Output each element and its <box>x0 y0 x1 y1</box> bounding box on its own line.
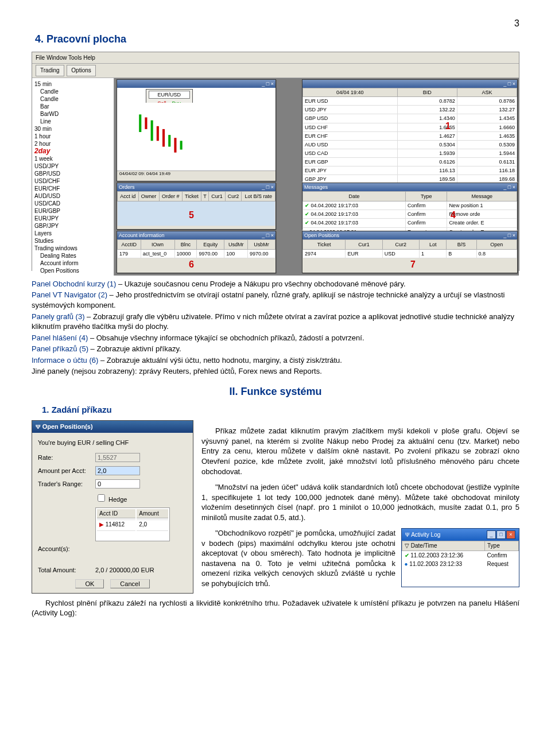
rate-field <box>95 453 140 462</box>
dialog-titlebar: Ψ Open Position(s) <box>32 421 193 433</box>
tree-15min[interactable]: 15 min <box>34 80 111 88</box>
tree-pair[interactable]: USD/CHF <box>34 177 111 185</box>
heading-zadani-prikazu: 1. Zadání příkazu <box>42 404 519 416</box>
tree-pair[interactable]: USD/CAD <box>34 200 111 207</box>
messages-window[interactable]: Messages_ □ × DateTypeMessage ✔ 04.04.20… <box>302 183 518 230</box>
dialog-subtitle: You're buying EUR / selling CHF <box>38 439 187 447</box>
account-window[interactable]: Account information_ □ × AcctIDIOwnBlncE… <box>117 231 276 273</box>
svg-rect-5 <box>168 135 170 146</box>
svg-rect-4 <box>162 129 165 147</box>
tree-pair[interactable]: EUR/GBP <box>34 207 111 215</box>
orders-window[interactable]: Orders_ □ × Acct idOwnerOrder #TicketTCu… <box>117 183 276 230</box>
annotation-1: 1 <box>445 120 451 133</box>
tree-1week[interactable]: 1 week <box>34 155 111 162</box>
svg-rect-0 <box>139 114 141 132</box>
paragraph-2: "Množství na jeden účet" udává kolik sta… <box>201 482 519 522</box>
tree-candle2[interactable]: Candle <box>34 95 111 103</box>
tree-pair[interactable]: GBP/JPY <box>34 222 111 230</box>
annotation-5: 5 <box>189 209 194 222</box>
svg-rect-2 <box>151 121 153 141</box>
tree-orders[interactable]: Orders <box>34 274 111 276</box>
annotation-7: 7 <box>410 258 416 271</box>
tree-pair[interactable]: GBP/USD <box>34 170 111 177</box>
tree-layers[interactable]: Layers <box>34 230 111 237</box>
ok-button[interactable]: OK <box>75 579 104 588</box>
tabbar: Trading Options <box>32 64 519 78</box>
menubar: File Window Tools Help <box>32 52 519 64</box>
chart-plot-area[interactable] <box>125 103 258 161</box>
open-position-dialog: Ψ Open Position(s) You're buying EUR / s… <box>32 420 193 594</box>
annotation-6: 6 <box>189 258 194 271</box>
activity-log-window: Ψ Activity Log _□× ▽ Date/TimeType ✔ 11.… <box>401 528 519 587</box>
chart-status: 04/04/02 09: 04/04 19:49 <box>117 170 276 179</box>
tree-line[interactable]: Line <box>34 118 111 125</box>
maximize-icon: □ <box>496 530 506 539</box>
tab-options[interactable]: Options <box>67 65 95 76</box>
tree-studies[interactable]: Studies <box>34 237 111 245</box>
window-controls[interactable]: _□× <box>486 530 515 539</box>
positions-window[interactable]: Open Positions_ □ × TicketCur1Cur2LotB/S… <box>302 231 518 273</box>
amount-field[interactable] <box>95 466 140 475</box>
navigator-tree[interactable]: 15 min Candle Candle Bar BarWD Line 30 m… <box>32 78 114 276</box>
tree-2h[interactable]: 2 hour <box>34 140 111 148</box>
tree-pair[interactable]: USD/JPY <box>34 162 111 170</box>
tree-pair[interactable]: AUD/USD <box>34 192 111 200</box>
hedge-checkbox[interactable] <box>98 494 105 502</box>
svg-rect-6 <box>174 138 176 153</box>
tab-trading[interactable]: Trading <box>36 65 64 76</box>
heading-funkce: II. Funkce systému <box>32 385 519 398</box>
tree-barwd[interactable]: BarWD <box>34 110 111 118</box>
tree-2day[interactable]: 2day <box>34 148 111 155</box>
tree-trading-windows[interactable]: Trading windows <box>34 245 111 252</box>
quotes-table[interactable]: 04/04 19:40BIDASK EUR USD0.87820.8786 US… <box>302 88 517 184</box>
quotes-window[interactable]: _ □ × 04/04 19:40BIDASK EUR USD0.87820.8… <box>302 79 518 181</box>
paragraph-1: Příkaz můžete zadat kliknutím pravým zla… <box>201 426 519 476</box>
trading-app-screenshot: File Window Tools Help Trading Options 1… <box>32 52 519 271</box>
paragraph-4: Rychlost plnění příkazu záleží na rychlo… <box>32 598 519 618</box>
tree-pair[interactable]: EUR/JPY <box>34 215 111 222</box>
tree-bar[interactable]: Bar <box>34 103 111 110</box>
tree-accountinfo[interactable]: Account inform <box>34 259 111 267</box>
annotation-4: 4 <box>451 209 456 222</box>
close-icon: × <box>506 530 515 539</box>
chart-window[interactable]: _ □ × EUR/USD Sell Buy 0.8782 ↑ 0.8786 ↑… <box>117 79 276 181</box>
svg-rect-1 <box>145 118 147 129</box>
svg-rect-3 <box>157 126 159 141</box>
minimize-icon: _ <box>487 530 496 539</box>
accounts-mini-table[interactable]: Acct IDAmount ▶ 1148122,0 <box>95 507 170 542</box>
tree-candle[interactable]: Candle <box>34 88 111 95</box>
heading-pracovni-plocha: 4. Pracovní plocha <box>35 32 519 46</box>
page-number: 3 <box>32 17 519 30</box>
tree-pair[interactable]: EUR/CHF <box>34 185 111 192</box>
range-field[interactable] <box>95 479 140 489</box>
tree-30min[interactable]: 30 min <box>34 125 111 133</box>
panel-descriptions: Panel Obchodní kurzy (1) – Ukazuje souča… <box>32 279 519 377</box>
tree-dealingrates[interactable]: Dealing Rates <box>34 252 111 259</box>
svg-rect-7 <box>180 141 183 149</box>
tree-1h[interactable]: 1 hour <box>34 133 111 140</box>
tree-openpos[interactable]: Open Positions <box>34 267 111 274</box>
cancel-button[interactable]: Cancel <box>110 579 149 588</box>
